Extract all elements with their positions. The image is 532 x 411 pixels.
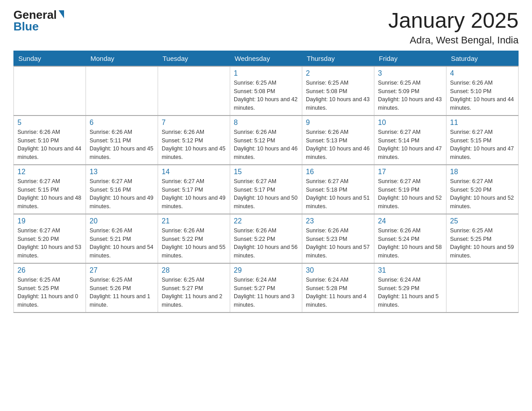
calendar-day-cell: 2Sunrise: 6:25 AMSunset: 5:08 PMDaylight… [302, 66, 374, 116]
day-number: 11 [450, 119, 515, 127]
calendar-day-cell [446, 263, 519, 313]
day-number: 18 [450, 168, 515, 176]
day-info: Sunrise: 6:24 AMSunset: 5:28 PMDaylight:… [306, 276, 370, 309]
calendar-header-row: SundayMondayTuesdayWednesdayThursdayFrid… [14, 51, 519, 66]
day-info: Sunrise: 6:26 AMSunset: 5:24 PMDaylight:… [378, 227, 442, 260]
weekday-header-saturday: Saturday [446, 51, 519, 66]
title-area: January 2025 Adra, West Bengal, India [388, 9, 519, 46]
calendar-week-row: 12Sunrise: 6:27 AMSunset: 5:15 PMDayligh… [14, 165, 519, 214]
day-info: Sunrise: 6:26 AMSunset: 5:13 PMDaylight:… [306, 128, 370, 162]
logo-blue: Blue [13, 21, 39, 32]
day-number: 12 [17, 168, 82, 176]
day-info: Sunrise: 6:24 AMSunset: 5:29 PMDaylight:… [378, 276, 442, 309]
page-header: General Blue January 2025 Adra, West Ben… [13, 9, 519, 46]
calendar-day-cell: 28Sunrise: 6:25 AMSunset: 5:27 PMDayligh… [158, 263, 230, 313]
day-number: 14 [162, 168, 226, 176]
day-info: Sunrise: 6:27 AMSunset: 5:15 PMDaylight:… [17, 177, 82, 211]
day-number: 31 [378, 266, 442, 274]
calendar-day-cell: 31Sunrise: 6:24 AMSunset: 5:29 PMDayligh… [374, 263, 446, 313]
day-info: Sunrise: 6:26 AMSunset: 5:11 PMDaylight:… [90, 128, 154, 162]
day-number: 9 [306, 119, 370, 127]
day-info: Sunrise: 6:26 AMSunset: 5:21 PMDaylight:… [90, 227, 154, 260]
day-info: Sunrise: 6:26 AMSunset: 5:10 PMDaylight:… [450, 79, 515, 112]
calendar-day-cell: 18Sunrise: 6:27 AMSunset: 5:20 PMDayligh… [446, 165, 519, 214]
day-number: 5 [17, 119, 82, 127]
calendar-day-cell: 10Sunrise: 6:27 AMSunset: 5:14 PMDayligh… [374, 116, 446, 165]
month-title: January 2025 [388, 9, 519, 33]
calendar-day-cell: 15Sunrise: 6:27 AMSunset: 5:17 PMDayligh… [230, 165, 302, 214]
calendar-day-cell [158, 66, 230, 116]
calendar-day-cell: 23Sunrise: 6:26 AMSunset: 5:23 PMDayligh… [302, 214, 374, 263]
logo: General Blue [13, 9, 64, 32]
day-info: Sunrise: 6:27 AMSunset: 5:14 PMDaylight:… [378, 128, 442, 162]
day-info: Sunrise: 6:25 AMSunset: 5:09 PMDaylight:… [378, 79, 442, 112]
calendar-day-cell: 20Sunrise: 6:26 AMSunset: 5:21 PMDayligh… [86, 214, 158, 263]
day-number: 20 [90, 217, 154, 225]
calendar-day-cell: 22Sunrise: 6:26 AMSunset: 5:22 PMDayligh… [230, 214, 302, 263]
day-info: Sunrise: 6:27 AMSunset: 5:20 PMDaylight:… [450, 177, 515, 211]
calendar-day-cell: 16Sunrise: 6:27 AMSunset: 5:18 PMDayligh… [302, 165, 374, 214]
calendar-week-row: 5Sunrise: 6:26 AMSunset: 5:10 PMDaylight… [14, 116, 519, 165]
calendar-day-cell: 8Sunrise: 6:26 AMSunset: 5:12 PMDaylight… [230, 116, 302, 165]
weekday-header-monday: Monday [86, 51, 158, 66]
day-info: Sunrise: 6:25 AMSunset: 5:25 PMDaylight:… [17, 276, 82, 309]
location: Adra, West Bengal, India [388, 34, 519, 46]
calendar-day-cell: 14Sunrise: 6:27 AMSunset: 5:17 PMDayligh… [158, 165, 230, 214]
logo-triangle-icon [59, 10, 64, 18]
calendar-week-row: 26Sunrise: 6:25 AMSunset: 5:25 PMDayligh… [14, 263, 519, 313]
calendar-day-cell: 27Sunrise: 6:25 AMSunset: 5:26 PMDayligh… [86, 263, 158, 313]
day-info: Sunrise: 6:27 AMSunset: 5:19 PMDaylight:… [378, 177, 442, 211]
day-number: 15 [234, 168, 298, 176]
calendar-day-cell: 29Sunrise: 6:24 AMSunset: 5:27 PMDayligh… [230, 263, 302, 313]
day-number: 25 [450, 217, 515, 225]
day-number: 21 [162, 217, 226, 225]
weekday-header-sunday: Sunday [14, 51, 86, 66]
day-number: 2 [306, 69, 370, 77]
calendar-table: SundayMondayTuesdayWednesdayThursdayFrid… [13, 51, 519, 313]
calendar-day-cell: 9Sunrise: 6:26 AMSunset: 5:13 PMDaylight… [302, 116, 374, 165]
weekday-header-wednesday: Wednesday [230, 51, 302, 66]
day-number: 19 [17, 217, 82, 225]
calendar-day-cell: 21Sunrise: 6:26 AMSunset: 5:22 PMDayligh… [158, 214, 230, 263]
day-info: Sunrise: 6:26 AMSunset: 5:22 PMDaylight:… [234, 227, 298, 260]
weekday-header-thursday: Thursday [302, 51, 374, 66]
day-info: Sunrise: 6:27 AMSunset: 5:20 PMDaylight:… [17, 227, 82, 260]
calendar-day-cell: 24Sunrise: 6:26 AMSunset: 5:24 PMDayligh… [374, 214, 446, 263]
day-number: 16 [306, 168, 370, 176]
calendar-day-cell: 3Sunrise: 6:25 AMSunset: 5:09 PMDaylight… [374, 66, 446, 116]
calendar-day-cell: 25Sunrise: 6:25 AMSunset: 5:25 PMDayligh… [446, 214, 519, 263]
day-info: Sunrise: 6:27 AMSunset: 5:17 PMDaylight:… [162, 177, 226, 211]
calendar-day-cell: 30Sunrise: 6:24 AMSunset: 5:28 PMDayligh… [302, 263, 374, 313]
calendar-day-cell: 7Sunrise: 6:26 AMSunset: 5:12 PMDaylight… [158, 116, 230, 165]
calendar-week-row: 19Sunrise: 6:27 AMSunset: 5:20 PMDayligh… [14, 214, 519, 263]
day-number: 29 [234, 266, 298, 274]
calendar-day-cell [14, 66, 86, 116]
day-info: Sunrise: 6:25 AMSunset: 5:25 PMDaylight:… [450, 227, 515, 260]
day-number: 4 [450, 69, 515, 77]
day-info: Sunrise: 6:27 AMSunset: 5:17 PMDaylight:… [234, 177, 298, 211]
day-number: 26 [17, 266, 82, 274]
calendar-day-cell: 26Sunrise: 6:25 AMSunset: 5:25 PMDayligh… [14, 263, 86, 313]
calendar-day-cell: 19Sunrise: 6:27 AMSunset: 5:20 PMDayligh… [14, 214, 86, 263]
calendar-day-cell: 11Sunrise: 6:27 AMSunset: 5:15 PMDayligh… [446, 116, 519, 165]
day-number: 24 [378, 217, 442, 225]
logo-general: General [13, 9, 57, 21]
day-number: 8 [234, 119, 298, 127]
weekday-header-friday: Friday [374, 51, 446, 66]
day-number: 7 [162, 119, 226, 127]
day-info: Sunrise: 6:26 AMSunset: 5:23 PMDaylight:… [306, 227, 370, 260]
day-info: Sunrise: 6:26 AMSunset: 5:12 PMDaylight:… [162, 128, 226, 162]
day-number: 1 [234, 69, 298, 77]
day-info: Sunrise: 6:26 AMSunset: 5:10 PMDaylight:… [17, 128, 82, 162]
day-number: 23 [306, 217, 370, 225]
day-number: 3 [378, 69, 442, 77]
calendar-day-cell: 6Sunrise: 6:26 AMSunset: 5:11 PMDaylight… [86, 116, 158, 165]
calendar-day-cell: 12Sunrise: 6:27 AMSunset: 5:15 PMDayligh… [14, 165, 86, 214]
day-number: 17 [378, 168, 442, 176]
calendar-day-cell: 17Sunrise: 6:27 AMSunset: 5:19 PMDayligh… [374, 165, 446, 214]
calendar-day-cell: 13Sunrise: 6:27 AMSunset: 5:16 PMDayligh… [86, 165, 158, 214]
day-number: 13 [90, 168, 154, 176]
calendar-day-cell [86, 66, 158, 116]
day-info: Sunrise: 6:27 AMSunset: 5:16 PMDaylight:… [90, 177, 154, 211]
day-number: 10 [378, 119, 442, 127]
